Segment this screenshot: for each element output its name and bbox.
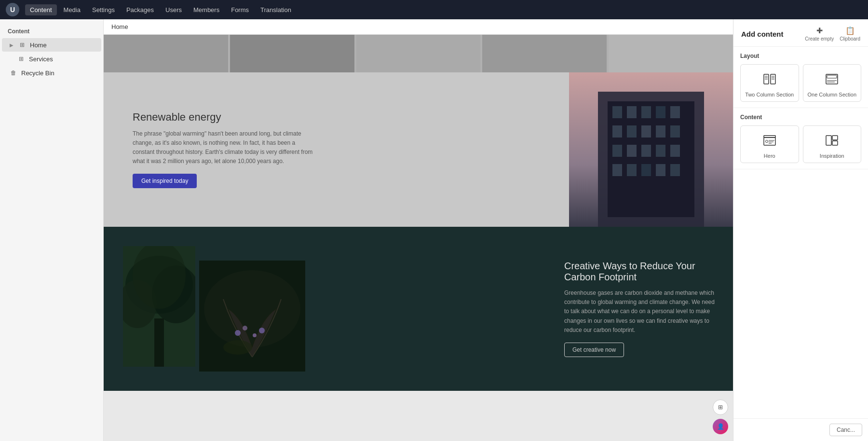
renewable-text-block: Renewable energy The phrase "global warm… (133, 111, 316, 189)
content-section: Content Hero (733, 108, 868, 169)
one-column-section-card[interactable]: One Column Section (803, 64, 862, 102)
svg-rect-11 (656, 125, 665, 138)
create-empty-button[interactable]: ✚ Create empty (805, 26, 834, 41)
clipboard-label: Clipboard (840, 36, 860, 41)
carbon-body: Greenhouse gases are carbon dioxide and … (564, 289, 719, 335)
nav-item-translation[interactable]: Translation (256, 4, 296, 15)
svg-rect-20 (641, 164, 651, 176)
renewable-heading: Renewable energy (133, 111, 316, 124)
strip-block-3 (356, 35, 481, 72)
svg-rect-10 (641, 125, 651, 138)
carbon-heading: Creative Ways to Reduce Your Carbon Foot… (564, 261, 719, 283)
svg-point-32 (243, 326, 247, 331)
svg-point-50 (765, 140, 768, 143)
svg-rect-18 (612, 164, 622, 176)
svg-rect-15 (641, 145, 651, 157)
svg-rect-27 (154, 318, 164, 367)
main-layout: Content ▶ ⊞ Home ⊞ Services 🗑 Recycle Bi… (0, 19, 868, 441)
svg-rect-5 (641, 106, 651, 118)
breadcrumb: Home (111, 23, 128, 30)
svg-rect-12 (670, 125, 680, 138)
nav-item-settings[interactable]: Settings (87, 4, 120, 15)
layout-section-title: Layout (740, 53, 861, 59)
inspiration-label: Inspiration (820, 153, 844, 159)
svg-rect-6 (656, 106, 665, 118)
nav-item-packages[interactable]: Packages (122, 4, 159, 15)
book-icon (763, 70, 776, 88)
forest-svg-1 (123, 246, 195, 367)
forest-image-2 (199, 261, 305, 372)
carbon-images (104, 227, 550, 391)
hero-svg (763, 134, 776, 147)
hero-card[interactable]: Hero (740, 125, 799, 163)
strip-block-4 (482, 35, 607, 72)
svg-point-34 (253, 333, 257, 337)
user-avatar[interactable]: 👤 (713, 419, 728, 434)
forest-svg-2 (199, 261, 305, 372)
nav-item-forms[interactable]: Forms (226, 4, 254, 15)
inspiration-svg (825, 134, 839, 147)
svg-rect-21 (656, 164, 665, 176)
layout-cards-grid: Two Column Section One Column Section (740, 64, 861, 102)
get-inspired-button[interactable]: Get inspired today (133, 174, 197, 188)
forest-image-1 (123, 246, 195, 367)
preview-area: Renewable energy The phrase "global warm… (104, 35, 733, 391)
top-strip-image (104, 35, 733, 72)
svg-rect-2 (608, 101, 694, 217)
section-renewable: Renewable energy The phrase "global warm… (104, 72, 733, 227)
one-column-icon (825, 72, 839, 86)
svg-rect-14 (627, 145, 637, 157)
content-section-title: Content (740, 114, 861, 121)
svg-point-30 (204, 270, 300, 347)
page-header: Home (104, 19, 733, 35)
svg-point-33 (259, 328, 265, 333)
svg-rect-22 (670, 164, 680, 176)
svg-rect-3 (612, 106, 622, 118)
hero-label: Hero (764, 153, 775, 159)
svg-rect-8 (612, 125, 622, 138)
nav-item-content[interactable]: Content (25, 4, 57, 15)
zoom-control[interactable]: ⊞ (713, 400, 728, 415)
one-column-label: One Column Section (808, 92, 857, 97)
sidebar-item-home[interactable]: ▶ ⊞ Home (2, 38, 101, 52)
svg-rect-19 (627, 164, 637, 176)
get-creative-button[interactable]: Get creative now (564, 343, 624, 357)
nav-item-members[interactable]: Members (189, 4, 224, 15)
right-panel-title: Add content (741, 30, 784, 38)
sidebar-item-services[interactable]: ⊞ Services (2, 52, 101, 66)
trash-icon: 🗑 (10, 69, 17, 77)
top-navigation: U Content Media Settings Packages Users … (0, 0, 868, 19)
svg-point-31 (235, 330, 241, 336)
layout-icon (825, 70, 839, 88)
right-panel: Add content ✚ Create empty 📋 Clipboard L… (733, 19, 868, 441)
svg-rect-7 (670, 106, 680, 118)
logo[interactable]: U (6, 3, 19, 16)
svg-rect-49 (764, 136, 775, 138)
clipboard-button[interactable]: 📋 Clipboard (840, 26, 860, 41)
sidebar-item-recycle-bin[interactable]: 🗑 Recycle Bin (2, 66, 101, 80)
clipboard-icon: 📋 (845, 26, 855, 35)
inspiration-card[interactable]: Inspiration (803, 125, 862, 163)
renewable-body: The phrase "global warming" hasn't been … (133, 129, 316, 166)
inspiration-icon (825, 132, 839, 149)
strip-block-2 (230, 35, 354, 72)
svg-rect-13 (612, 145, 622, 157)
cancel-button[interactable]: Canc... (829, 424, 862, 436)
svg-rect-45 (827, 75, 837, 78)
sidebar-item-home-label: Home (30, 41, 47, 49)
content-preview-area: Home Renewable energy The phrase "gl (104, 19, 733, 441)
panel-bottom-bar: Canc... (733, 418, 868, 441)
strip-block-1 (104, 35, 228, 72)
sidebar: Content ▶ ⊞ Home ⊞ Services 🗑 Recycle Bi… (0, 19, 104, 441)
home-tree-icon: ⊞ (18, 41, 26, 49)
nav-item-users[interactable]: Users (161, 4, 187, 15)
sidebar-item-services-label: Services (29, 55, 53, 63)
section-carbon: Creative Ways to Reduce Your Carbon Foot… (104, 227, 733, 391)
svg-rect-56 (832, 141, 838, 145)
two-column-section-card[interactable]: Two Column Section (740, 64, 799, 102)
nav-item-media[interactable]: Media (59, 4, 85, 15)
chevron-icon: ▶ (10, 42, 14, 47)
two-column-label: Two Column Section (745, 92, 794, 97)
renewable-image (569, 72, 733, 227)
svg-rect-16 (656, 145, 665, 157)
